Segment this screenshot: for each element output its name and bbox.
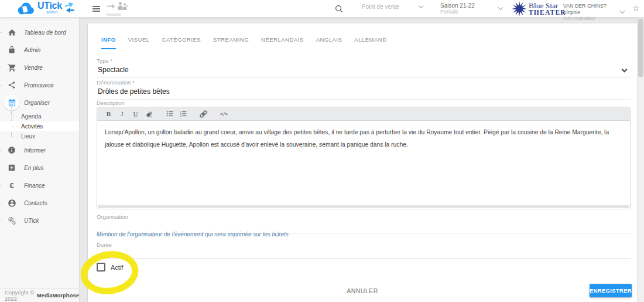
share-icon [7,80,16,90]
italic-button[interactable]: I [115,108,129,120]
sidebar-item-finance[interactable]: € Finance [0,177,79,194]
reseller-button[interactable]: Reseller [106,2,128,16]
app-name: UTick [37,1,62,11]
venue-logo: Blue Star THEATER [512,1,566,16]
type-field: Type * Spectacle [97,57,631,78]
bullet-list-button[interactable] [163,108,176,120]
cancel-button[interactable]: ANNULER [88,287,637,294]
duree-input[interactable] [97,248,631,258]
organisation-field: Organisation [97,213,631,233]
season-select[interactable]: Saison 21-22 Periode [440,2,502,15]
search-button[interactable] [335,5,343,15]
sidebar-item-promouvoir[interactable]: Promouvoir [0,76,79,94]
description-label: Description [97,100,631,106]
logo-arrows-icon [63,2,76,17]
point-of-sale-select[interactable]: Point de vente [362,4,423,10]
code-view-button[interactable]: </> [217,108,231,120]
gears-icon [7,216,16,225]
tab-neerlandais[interactable]: NÉERLANDAIS [261,36,304,49]
sidebar-subitem-agenda[interactable]: Agenda [0,111,79,121]
cart-icon [7,63,16,72]
organisation-hint: Mention de l'organisateur de l'évènement… [97,231,289,237]
utick-logo[interactable]: UTick admin [15,1,76,17]
vertical-scrollbar[interactable] [637,18,644,302]
sidebar-item-tableau-de-bord[interactable]: Tableau de bord [0,23,79,41]
save-button[interactable]: ENREGISTRER [590,284,632,297]
tab-allemand[interactable]: ALLEMAND [354,36,386,49]
bold-button[interactable]: B [102,108,115,120]
duree-label: Durée [97,242,631,248]
bullet-list-icon [166,110,174,118]
eraser-icon [145,110,153,118]
activity-edit-card: INFO VISUEL CATÉGORIES STREAMING NÉERLAN… [88,23,637,302]
home-icon [7,28,16,37]
link-button[interactable] [197,108,210,120]
actif-checkbox[interactable] [97,263,105,272]
menu-toggle-button[interactable] [93,6,100,13]
utick-cloud-icon [15,1,35,16]
user-role: Administrateur [563,15,621,21]
sidebar-item-utick[interactable]: UTick [0,212,79,229]
user-name: VAN DER GHINST Virginie [563,3,621,15]
sidebar-item-informer[interactable]: Informer [0,141,79,159]
description-field-label: Description [97,100,631,106]
numbered-list-icon: 123 [179,110,187,118]
denomination-label: Dénomination * [97,79,631,86]
editor-toolbar: B I U 123 [97,107,630,121]
favorite-star-icon[interactable]: ☆ [632,4,640,13]
plus-box-icon [7,163,16,172]
blue-star-icon [512,1,527,16]
point-of-sale-placeholder: Point de vente [362,4,419,10]
sidebar-subitem-lieux[interactable]: Lieux [0,131,79,141]
sidebar-item-vendre[interactable]: Vendre [0,59,79,76]
editor-resize-strip[interactable] [98,205,629,208]
organisation-label: Organisation [97,213,631,220]
duree-field: Durée [97,242,631,259]
link-icon [199,110,208,118]
top-header: UTick admin Reseller [0,0,644,18]
copyright-brand: MediaMorphose [37,292,79,298]
reseller-people-icon [106,2,128,11]
type-label: Type * [97,57,631,64]
season-placeholder: Periode [440,9,499,15]
code-icon: </> [220,111,228,117]
user-menu[interactable]: VAN DER GHINST Virginie Administrateur [563,3,624,21]
underline-button[interactable]: U [129,108,142,120]
sidebar-subitem-activites[interactable]: Activités [0,121,79,131]
search-icon [335,5,343,13]
denomination-field: Dénomination * Drôles de petites bêtes [97,79,631,100]
lock-icon [7,45,16,55]
venue-name-line1: Blue Star [529,2,566,10]
reseller-label: Reseller [106,12,128,16]
description-input[interactable]: Lorsqu'Apollon, un grillon baladin au gr… [97,121,630,156]
sidebar-item-en-plus[interactable]: En plus [0,159,79,177]
chevron-down-icon [419,4,423,8]
info-icon [7,145,16,155]
tab-categories[interactable]: CATÉGORIES [162,36,201,49]
tab-bar: INFO VISUEL CATÉGORIES STREAMING NÉERLAN… [101,36,387,49]
chevron-down-icon [498,5,503,10]
tab-streaming[interactable]: STREAMING [213,36,249,49]
scrollbar-thumb[interactable] [638,19,643,77]
sidebar-item-admin[interactable]: Admin [0,41,79,59]
svg-text:3: 3 [180,115,181,118]
chevron-down-icon [622,67,628,73]
calendar-icon [4,95,19,110]
copyright: Copyright © 2022 MediaMorphose [0,288,79,302]
numbered-list-button[interactable]: 123 [176,108,190,120]
organiser-subtree: Agenda Activités Lieux [0,111,79,141]
app-subtitle: admin [46,10,62,14]
tab-info[interactable]: INFO [101,36,116,49]
type-select[interactable]: Spectacle [97,64,631,77]
clear-format-button[interactable] [142,108,156,120]
chevron-down-icon [620,9,625,13]
denomination-input[interactable]: Drôles de petites bêtes [97,86,631,99]
actif-label: Actif [111,264,123,271]
euro-icon: € [7,181,16,190]
sidebar-item-organiser[interactable]: Organiser [0,94,79,111]
tab-visuel[interactable]: VISUEL [128,36,150,49]
sidebar: Tableau de bord Admin Vendre Promouvoir … [0,18,80,302]
season-value: Saison 21-22 [440,2,499,9]
sidebar-item-contacts[interactable]: Contacts [0,194,79,212]
tab-anglais[interactable]: ANGLAIS [316,36,342,49]
